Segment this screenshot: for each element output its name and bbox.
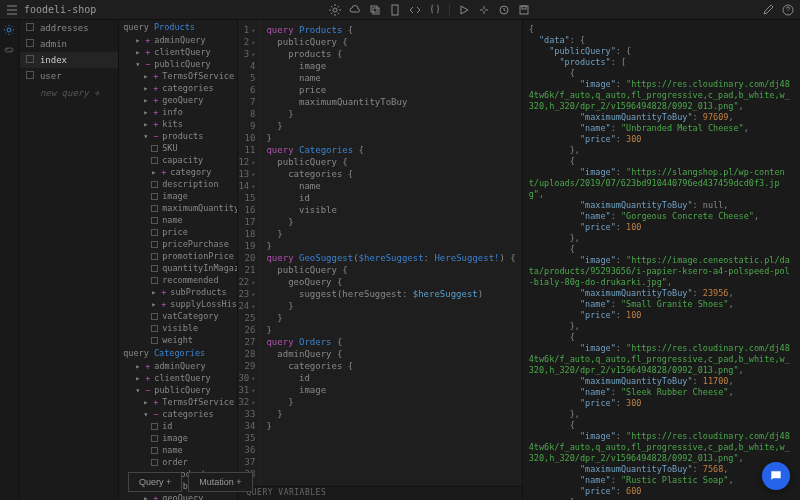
explorer-item[interactable]: capacity bbox=[119, 154, 237, 166]
explorer-item[interactable]: pricePurchase bbox=[119, 238, 237, 250]
explorer-item[interactable]: ▸+info bbox=[119, 106, 237, 118]
explorer-buttons: Query + Mutation + bbox=[128, 472, 253, 492]
explorer-item[interactable]: ▸+adminQuery bbox=[119, 34, 237, 46]
db-item-user[interactable]: user bbox=[20, 68, 118, 84]
history-icon[interactable] bbox=[498, 4, 510, 16]
checkbox-icon[interactable] bbox=[151, 265, 158, 272]
editor-code[interactable]: query Products { publicQuery { products … bbox=[260, 20, 521, 486]
mutation-button[interactable]: Mutation + bbox=[188, 472, 252, 492]
explorer-item[interactable]: name bbox=[119, 444, 237, 456]
svg-rect-5 bbox=[520, 6, 528, 14]
toolbar-right bbox=[762, 4, 794, 16]
explorer-item[interactable]: weight bbox=[119, 334, 237, 346]
checkbox-icon[interactable] bbox=[151, 313, 158, 320]
explorer-item[interactable]: description bbox=[119, 178, 237, 190]
svg-rect-2 bbox=[373, 8, 379, 14]
svg-rect-1 bbox=[371, 6, 377, 12]
explorer-item[interactable]: ▸+categories bbox=[119, 82, 237, 94]
explorer-item[interactable]: ▸+clientQuery bbox=[119, 372, 237, 384]
explorer-item[interactable]: ▾−publicQuery bbox=[119, 384, 237, 396]
link-icon[interactable] bbox=[3, 44, 15, 56]
explorer-item[interactable]: ▸+adminQuery bbox=[119, 360, 237, 372]
checkbox-icon[interactable] bbox=[151, 229, 158, 236]
explorer-item[interactable]: ▸+TermsOfService bbox=[119, 70, 237, 82]
explorer-item[interactable]: ▸+subProducts bbox=[119, 286, 237, 298]
db-schema-list: addressesadminindexusernew query + bbox=[20, 20, 119, 500]
explorer-item[interactable]: image bbox=[119, 190, 237, 202]
query-button[interactable]: Query + bbox=[128, 472, 182, 492]
explorer-item[interactable]: ▸+clientQuery bbox=[119, 46, 237, 58]
db-item-index[interactable]: index bbox=[20, 52, 118, 68]
svg-rect-3 bbox=[392, 5, 398, 15]
explorer-item[interactable]: ▾−categories bbox=[119, 408, 237, 420]
explorer-item[interactable]: ▾−publicQuery bbox=[119, 58, 237, 70]
explorer-item[interactable]: quantityInMagazine bbox=[119, 262, 237, 274]
results-panel[interactable]: { "data": { "publicQuery": { "products":… bbox=[522, 20, 800, 500]
save-icon[interactable] bbox=[518, 4, 530, 16]
app-title: foodeli-shop bbox=[24, 4, 96, 15]
checkbox-icon[interactable] bbox=[151, 205, 158, 212]
checkbox-icon[interactable] bbox=[151, 145, 158, 152]
explorer-item[interactable]: order bbox=[119, 456, 237, 468]
document-icon[interactable] bbox=[389, 4, 401, 16]
code-icon[interactable] bbox=[409, 4, 421, 16]
svg-rect-6 bbox=[522, 6, 526, 9]
explorer-item[interactable]: name bbox=[119, 214, 237, 226]
svg-point-8 bbox=[7, 28, 11, 32]
explorer-item[interactable]: maximumQuantityToBuy bbox=[119, 202, 237, 214]
menu-icon[interactable] bbox=[6, 4, 18, 16]
checkbox-icon[interactable] bbox=[151, 193, 158, 200]
explorer-item[interactable]: price bbox=[119, 226, 237, 238]
checkbox-icon[interactable] bbox=[151, 157, 158, 164]
explorer-head-Products[interactable]: query Products bbox=[119, 20, 237, 34]
topbar: foodeli-shop bbox=[0, 0, 800, 20]
explorer-item[interactable]: promotionPrice bbox=[119, 250, 237, 262]
checkbox-icon[interactable] bbox=[151, 241, 158, 248]
gear-icon[interactable] bbox=[3, 24, 15, 36]
copy-icon[interactable] bbox=[369, 4, 381, 16]
explorer-item[interactable]: ▸+supplyLossHistory bbox=[119, 298, 237, 310]
svg-point-0 bbox=[333, 8, 337, 12]
checkbox-icon[interactable] bbox=[151, 423, 158, 430]
explorer-item[interactable]: SKU bbox=[119, 142, 237, 154]
explorer-item[interactable]: image bbox=[119, 432, 237, 444]
help-icon[interactable] bbox=[782, 4, 794, 16]
chat-bubble[interactable] bbox=[762, 462, 790, 490]
query-variables-tab[interactable]: QUERY VARIABLES bbox=[238, 486, 521, 500]
explorer-item[interactable]: id bbox=[119, 420, 237, 432]
db-item-admin[interactable]: admin bbox=[20, 36, 118, 52]
checkbox-icon[interactable] bbox=[151, 253, 158, 260]
explorer-item[interactable]: ▸+kits bbox=[119, 118, 237, 130]
explorer-item[interactable]: vatCategory bbox=[119, 310, 237, 322]
settings-icon[interactable] bbox=[329, 4, 341, 16]
explorer-item[interactable]: ▸+category bbox=[119, 166, 237, 178]
db-item-addresses[interactable]: addresses bbox=[20, 20, 118, 36]
explorer-item[interactable]: ▸+geoQuery bbox=[119, 94, 237, 106]
query-editor[interactable]: 1▾2▾3▾456789101112▾13▾14▾151617181920212… bbox=[238, 20, 521, 486]
checkbox-icon[interactable] bbox=[151, 459, 158, 466]
sidebar-icons bbox=[0, 20, 20, 500]
checkbox-icon[interactable] bbox=[151, 447, 158, 454]
explorer-item[interactable]: visible bbox=[119, 322, 237, 334]
toolbar-center bbox=[96, 4, 762, 16]
checkbox-icon[interactable] bbox=[151, 277, 158, 284]
checkbox-icon[interactable] bbox=[151, 435, 158, 442]
checkbox-icon[interactable] bbox=[151, 325, 158, 332]
play-icon[interactable] bbox=[458, 4, 470, 16]
checkbox-icon[interactable] bbox=[151, 337, 158, 344]
braces-icon[interactable] bbox=[429, 4, 441, 16]
checkbox-icon[interactable] bbox=[151, 181, 158, 188]
explorer-item[interactable]: ▸+TermsOfService bbox=[119, 396, 237, 408]
explorer-item[interactable]: ▸+geoQuery bbox=[119, 492, 237, 500]
explorer-item[interactable]: ▾−products bbox=[119, 130, 237, 142]
cloud-icon[interactable] bbox=[349, 4, 361, 16]
explorer-item[interactable]: recommended bbox=[119, 274, 237, 286]
new-query[interactable]: new query + bbox=[20, 84, 118, 101]
edit-icon[interactable] bbox=[762, 4, 774, 16]
editor-gutter: 1▾2▾3▾456789101112▾13▾14▾151617181920212… bbox=[238, 20, 260, 486]
merge-icon[interactable] bbox=[478, 4, 490, 16]
explorer-panel: query Products▸+adminQuery▸+clientQuery▾… bbox=[119, 20, 238, 500]
editor-wrap: 1▾2▾3▾456789101112▾13▾14▾151617181920212… bbox=[238, 20, 521, 500]
explorer-head-Categories[interactable]: query Categories bbox=[119, 346, 237, 360]
checkbox-icon[interactable] bbox=[151, 217, 158, 224]
